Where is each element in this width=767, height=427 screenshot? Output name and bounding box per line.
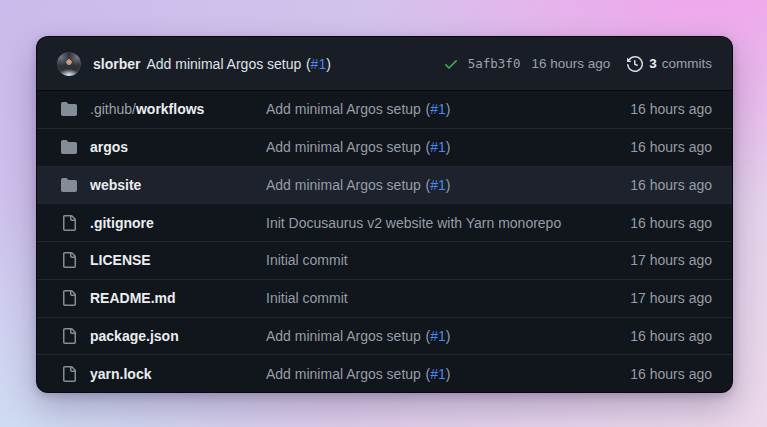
file-row: .github/workflows Add minimal Argos setu… bbox=[37, 91, 732, 128]
file-icon bbox=[61, 215, 77, 231]
commits-label: commits bbox=[662, 56, 712, 71]
file-name-link[interactable]: website bbox=[90, 177, 266, 193]
commit-hash-link[interactable]: 5afb3f0 bbox=[468, 56, 521, 71]
avatar[interactable] bbox=[57, 52, 81, 76]
file-list: .github/workflows Add minimal Argos setu… bbox=[37, 91, 732, 392]
folder-icon bbox=[61, 177, 77, 193]
file-name-link[interactable]: LICENSE bbox=[90, 252, 266, 268]
folder-icon bbox=[61, 101, 77, 117]
file-row: argos Add minimal Argos setup(#1) 16 hou… bbox=[37, 128, 732, 166]
file-name-link[interactable]: yarn.lock bbox=[90, 366, 266, 382]
file-icon bbox=[61, 328, 77, 344]
commit-time: 16 hours ago bbox=[531, 56, 610, 71]
author-link[interactable]: slorber bbox=[93, 56, 140, 72]
file-icon bbox=[61, 366, 77, 382]
file-name-link[interactable]: README.md bbox=[90, 290, 266, 306]
file-row: package.json Add minimal Argos setup(#1)… bbox=[37, 317, 732, 355]
pr-link[interactable]: #1 bbox=[430, 366, 446, 382]
file-row: README.md Initial commit 17 hours ago bbox=[37, 279, 732, 317]
pr-link[interactable]: #1 bbox=[430, 328, 446, 344]
commit-time: 17 hours ago bbox=[630, 252, 712, 268]
latest-commit-summary: slorber Add minimal Argos setup (#1) bbox=[93, 56, 443, 72]
commit-message-link[interactable]: Add minimal Argos setup(#1) bbox=[266, 139, 630, 155]
file-row: yarn.lock Add minimal Argos setup(#1) 16… bbox=[37, 354, 732, 392]
history-icon bbox=[627, 56, 643, 72]
pr-link[interactable]: #1 bbox=[430, 101, 446, 117]
commit-message-link[interactable]: Add minimal Argos setup(#1) bbox=[266, 177, 630, 193]
commit-time: 16 hours ago bbox=[630, 328, 712, 344]
file-name-link[interactable]: argos bbox=[90, 139, 266, 155]
pr-reference: (#1) bbox=[306, 56, 331, 72]
commit-message-link[interactable]: Initial commit bbox=[266, 252, 630, 268]
file-row: LICENSE Initial commit 17 hours ago bbox=[37, 241, 732, 279]
commit-message-link[interactable]: Init Docusaurus v2 website with Yarn mon… bbox=[266, 215, 630, 231]
commit-message-link[interactable]: Initial commit bbox=[266, 290, 630, 306]
check-status-icon[interactable] bbox=[443, 56, 459, 72]
commits-count: 3 bbox=[649, 56, 657, 71]
commit-time: 16 hours ago bbox=[630, 101, 712, 117]
pr-link[interactable]: #1 bbox=[311, 56, 327, 72]
file-icon bbox=[61, 290, 77, 306]
commit-message-link[interactable]: Add minimal Argos setup bbox=[146, 56, 301, 72]
latest-commit-bar: slorber Add minimal Argos setup (#1) 5af… bbox=[37, 37, 732, 91]
commit-message-link[interactable]: Add minimal Argos setup(#1) bbox=[266, 101, 630, 117]
file-name-link[interactable]: .github/workflows bbox=[90, 101, 266, 117]
pr-link[interactable]: #1 bbox=[430, 177, 446, 193]
file-name-link[interactable]: package.json bbox=[90, 328, 266, 344]
commit-time: 16 hours ago bbox=[630, 366, 712, 382]
commit-message-link[interactable]: Add minimal Argos setup(#1) bbox=[266, 328, 630, 344]
pr-link[interactable]: #1 bbox=[430, 139, 446, 155]
latest-commit-meta: 5afb3f0 16 hours ago 3 commits bbox=[443, 56, 712, 72]
commit-time: 16 hours ago bbox=[630, 139, 712, 155]
file-row: website Add minimal Argos setup(#1) 16 h… bbox=[37, 166, 732, 204]
commit-time: 17 hours ago bbox=[630, 290, 712, 306]
commit-history-link[interactable]: 3 commits bbox=[627, 56, 712, 72]
commit-message-link[interactable]: Add minimal Argos setup(#1) bbox=[266, 366, 630, 382]
repo-file-browser: slorber Add minimal Argos setup (#1) 5af… bbox=[36, 36, 733, 393]
commit-time: 16 hours ago bbox=[630, 177, 712, 193]
file-icon bbox=[61, 252, 77, 268]
folder-icon bbox=[61, 139, 77, 155]
commit-time: 16 hours ago bbox=[630, 215, 712, 231]
file-name-link[interactable]: .gitignore bbox=[90, 215, 266, 231]
file-row: .gitignore Init Docusaurus v2 website wi… bbox=[37, 203, 732, 241]
